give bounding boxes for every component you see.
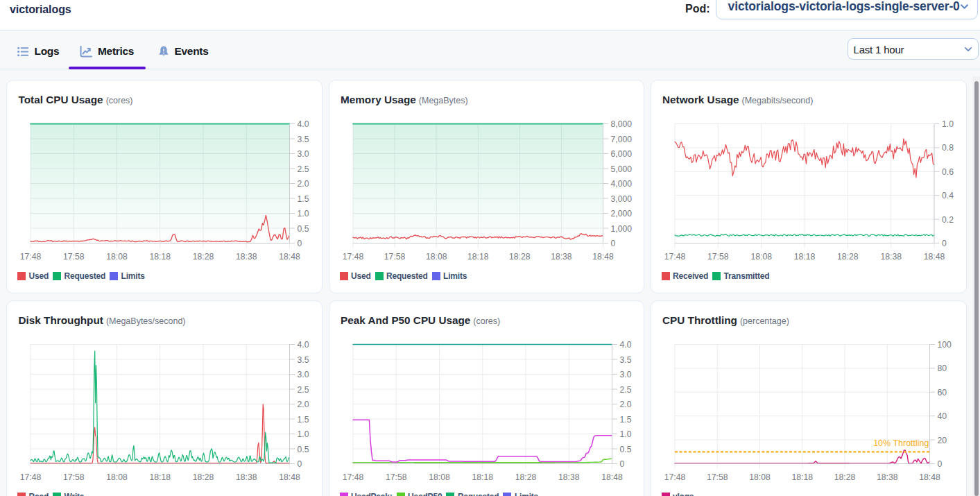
svg-text:17:58: 17:58 xyxy=(385,472,406,482)
svg-text:18:18: 18:18 xyxy=(150,472,171,482)
svg-text:3.5: 3.5 xyxy=(298,135,309,144)
svg-text:18:08: 18:08 xyxy=(749,472,771,482)
svg-text:0.8: 0.8 xyxy=(942,143,954,153)
svg-text:17:48: 17:48 xyxy=(20,252,42,262)
svg-text:18:28: 18:28 xyxy=(515,472,536,482)
svg-text:18:48: 18:48 xyxy=(601,472,623,482)
svg-text:18:48: 18:48 xyxy=(919,472,940,482)
svg-text:1.0: 1.0 xyxy=(942,119,954,129)
svg-text:18:08: 18:08 xyxy=(425,252,447,262)
svg-text:0.4: 0.4 xyxy=(942,191,954,200)
svg-text:18:28: 18:28 xyxy=(193,472,214,482)
svg-text:2.0: 2.0 xyxy=(298,179,309,189)
svg-text:0: 0 xyxy=(298,239,302,248)
svg-text:3.0: 3.0 xyxy=(298,370,309,379)
svg-text:18:28: 18:28 xyxy=(837,252,859,262)
svg-text:3,000: 3,000 xyxy=(610,194,632,204)
svg-text:18:28: 18:28 xyxy=(193,252,214,262)
svg-text:3.0: 3.0 xyxy=(298,149,309,159)
svg-text:80: 80 xyxy=(937,364,947,373)
svg-text:2.5: 2.5 xyxy=(298,164,309,174)
svg-text:18:08: 18:08 xyxy=(106,252,128,262)
svg-text:17:58: 17:58 xyxy=(707,252,729,262)
svg-text:0: 0 xyxy=(942,239,947,248)
svg-text:3.5: 3.5 xyxy=(298,355,309,365)
svg-text:0.5: 0.5 xyxy=(298,224,309,234)
svg-text:1.0: 1.0 xyxy=(298,209,309,219)
svg-text:17:48: 17:48 xyxy=(664,472,685,482)
svg-text:100: 100 xyxy=(937,340,952,350)
svg-text:0: 0 xyxy=(619,459,624,469)
svg-text:0.5: 0.5 xyxy=(619,445,631,454)
svg-text:17:48: 17:48 xyxy=(342,252,363,262)
svg-text:18:38: 18:38 xyxy=(236,472,257,482)
svg-text:4.0: 4.0 xyxy=(298,119,309,129)
svg-text:0: 0 xyxy=(298,459,302,469)
svg-text:0.5: 0.5 xyxy=(298,445,309,454)
svg-text:18:48: 18:48 xyxy=(592,252,614,262)
svg-text:2.5: 2.5 xyxy=(298,385,309,395)
svg-text:8,000: 8,000 xyxy=(610,119,632,129)
svg-text:18:08: 18:08 xyxy=(429,472,450,482)
svg-text:18:38: 18:38 xyxy=(876,472,897,482)
svg-text:1.0: 1.0 xyxy=(619,429,631,439)
svg-text:17:48: 17:48 xyxy=(20,472,42,482)
svg-text:1.5: 1.5 xyxy=(298,415,309,425)
svg-text:18:08: 18:08 xyxy=(106,472,128,482)
svg-text:3.5: 3.5 xyxy=(619,355,631,365)
svg-text:18:48: 18:48 xyxy=(279,472,300,482)
svg-text:18:48: 18:48 xyxy=(279,252,300,262)
svg-text:10% Throttling: 10% Throttling xyxy=(873,438,929,448)
svg-text:2.0: 2.0 xyxy=(619,400,631,409)
svg-text:6,000: 6,000 xyxy=(610,149,632,159)
svg-text:2.5: 2.5 xyxy=(619,385,631,395)
svg-text:5,000: 5,000 xyxy=(610,164,632,174)
svg-text:1.5: 1.5 xyxy=(619,415,631,425)
svg-text:2,000: 2,000 xyxy=(610,209,632,219)
svg-text:17:48: 17:48 xyxy=(664,252,685,262)
svg-text:7,000: 7,000 xyxy=(610,135,632,144)
svg-text:0.6: 0.6 xyxy=(942,167,954,177)
svg-text:17:58: 17:58 xyxy=(384,252,405,262)
svg-text:18:38: 18:38 xyxy=(236,252,257,262)
svg-text:18:38: 18:38 xyxy=(558,472,579,482)
svg-text:18:08: 18:08 xyxy=(750,252,772,262)
svg-text:4.0: 4.0 xyxy=(298,340,309,350)
svg-text:18:18: 18:18 xyxy=(791,472,813,482)
svg-text:17:48: 17:48 xyxy=(342,472,363,482)
svg-text:2.0: 2.0 xyxy=(298,400,309,409)
svg-text:18:18: 18:18 xyxy=(472,472,493,482)
svg-text:1.5: 1.5 xyxy=(298,194,309,204)
svg-text:0.2: 0.2 xyxy=(942,215,954,225)
svg-text:40: 40 xyxy=(937,411,947,421)
svg-text:17:58: 17:58 xyxy=(706,472,728,482)
svg-text:17:58: 17:58 xyxy=(63,472,85,482)
svg-text:18:48: 18:48 xyxy=(923,252,945,262)
svg-text:18:38: 18:38 xyxy=(880,252,902,262)
svg-text:0: 0 xyxy=(937,459,942,469)
svg-text:18:28: 18:28 xyxy=(509,252,531,262)
svg-text:3.0: 3.0 xyxy=(619,370,631,379)
svg-text:18:38: 18:38 xyxy=(551,252,572,262)
svg-text:0: 0 xyxy=(610,239,615,248)
svg-text:4,000: 4,000 xyxy=(610,179,632,189)
svg-text:1,000: 1,000 xyxy=(610,224,632,234)
svg-text:17:58: 17:58 xyxy=(63,252,85,262)
svg-text:1.0: 1.0 xyxy=(298,429,309,439)
svg-text:20: 20 xyxy=(937,436,947,445)
svg-text:18:18: 18:18 xyxy=(793,252,815,262)
svg-text:18:28: 18:28 xyxy=(834,472,855,482)
svg-text:60: 60 xyxy=(937,388,947,397)
svg-text:4.0: 4.0 xyxy=(619,340,631,350)
svg-text:18:18: 18:18 xyxy=(150,252,171,262)
svg-text:18:18: 18:18 xyxy=(467,252,488,262)
